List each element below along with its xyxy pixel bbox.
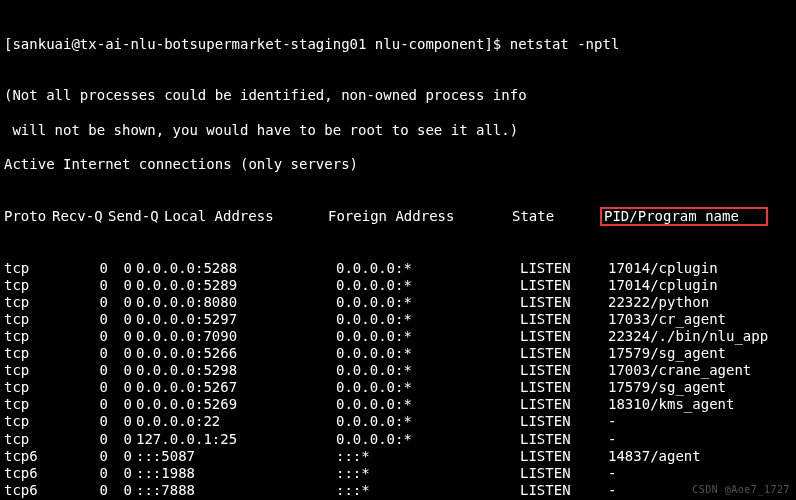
cell-state: LISTEN [520, 396, 608, 413]
cell-foreign: 0.0.0.0:* [336, 396, 520, 413]
cell-foreign: 0.0.0.0:* [336, 328, 520, 345]
table-header: ProtoRecv-QSend-QLocal AddressForeign Ad… [4, 207, 792, 226]
header-state: State [512, 208, 600, 225]
connections-title: Active Internet connections (only server… [4, 156, 792, 173]
cell-proto: tcp [4, 294, 52, 311]
cell-state: LISTEN [520, 362, 608, 379]
cell-sendq: 0 [116, 431, 132, 448]
cell-proto: tcp [4, 379, 52, 396]
cell-sendq: 0 [116, 277, 132, 294]
cell-pid: - [608, 482, 616, 499]
cell-state: LISTEN [520, 260, 608, 277]
cell-pid: 17014/cplugin [608, 260, 718, 277]
cell-local: 127.0.0.1:25 [132, 431, 336, 448]
header-foreign: Foreign Address [328, 208, 512, 225]
cell-proto: tcp6 [4, 448, 52, 465]
cell-proto: tcp6 [4, 465, 52, 482]
cell-foreign: 0.0.0.0:* [336, 294, 520, 311]
cell-state: LISTEN [520, 465, 608, 482]
cell-sendq: 0 [116, 311, 132, 328]
cell-pid: - [608, 431, 616, 448]
cell-pid: 22324/./bin/nlu_app [608, 328, 768, 345]
cell-pid: 22322/python [608, 294, 709, 311]
cell-sendq: 0 [116, 328, 132, 345]
cell-foreign: 0.0.0.0:* [336, 413, 520, 430]
cell-recvq: 0 [52, 294, 116, 311]
cell-local: 0.0.0.0:8080 [132, 294, 336, 311]
prompt-command: netstat -nptl [510, 36, 620, 52]
cell-pid: 17014/cplugin [608, 277, 718, 294]
table-row: tcp000.0.0.0:220.0.0.0:*LISTEN- [4, 413, 792, 430]
cell-local: 0.0.0.0:7090 [132, 328, 336, 345]
cell-recvq: 0 [52, 362, 116, 379]
cell-sendq: 0 [116, 448, 132, 465]
cell-sendq: 0 [116, 294, 132, 311]
cell-proto: tcp [4, 328, 52, 345]
cell-local: 0.0.0.0:22 [132, 413, 336, 430]
header-pid-highlight: PID/Program name [600, 207, 768, 226]
cell-recvq: 0 [52, 311, 116, 328]
header-pid: PID/Program name [604, 208, 739, 224]
cell-state: LISTEN [520, 345, 608, 362]
cell-foreign: 0.0.0.0:* [336, 311, 520, 328]
cell-state: LISTEN [520, 294, 608, 311]
prompt-user-host: [sankuai@tx-ai-nlu-botsupermarket-stagin… [4, 36, 510, 52]
table-row: tcp000.0.0.0:52890.0.0.0:*LISTEN17014/cp… [4, 277, 792, 294]
cell-pid: 17579/sg_agent [608, 345, 726, 362]
terminal-output: [sankuai@tx-ai-nlu-botsupermarket-stagin… [0, 0, 796, 500]
cell-proto: tcp [4, 311, 52, 328]
table-row: tcp000.0.0.0:52980.0.0.0:*LISTEN17003/cr… [4, 362, 792, 379]
cell-recvq: 0 [52, 465, 116, 482]
table-row: tcp000.0.0.0:52690.0.0.0:*LISTEN18310/km… [4, 396, 792, 413]
cell-foreign: :::* [336, 465, 520, 482]
table-row: tcp000.0.0.0:52970.0.0.0:*LISTEN17033/cr… [4, 311, 792, 328]
cell-state: LISTEN [520, 379, 608, 396]
table-row: tcp000.0.0.0:80800.0.0.0:*LISTEN22322/py… [4, 294, 792, 311]
cell-proto: tcp [4, 362, 52, 379]
table-row: tcp000.0.0.0:52660.0.0.0:*LISTEN17579/sg… [4, 345, 792, 362]
cell-foreign: 0.0.0.0:* [336, 379, 520, 396]
cell-sendq: 0 [116, 396, 132, 413]
header-local: Local Address [164, 208, 328, 225]
cell-sendq: 0 [116, 379, 132, 396]
cell-sendq: 0 [116, 465, 132, 482]
cell-recvq: 0 [52, 328, 116, 345]
cell-pid: 17033/cr_agent [608, 311, 726, 328]
header-recvq: Recv-Q [52, 208, 108, 225]
table-row: tcp600:::1988:::*LISTEN- [4, 465, 792, 482]
cell-recvq: 0 [52, 482, 116, 499]
cell-local: :::1988 [132, 465, 336, 482]
cell-state: LISTEN [520, 482, 608, 499]
header-sendq: Send-Q [108, 208, 164, 225]
warning-line-1: (Not all processes could be identified, … [4, 87, 792, 104]
cell-proto: tcp [4, 431, 52, 448]
cell-state: LISTEN [520, 328, 608, 345]
cell-proto: tcp [4, 260, 52, 277]
cell-local: 0.0.0.0:5297 [132, 311, 336, 328]
cell-recvq: 0 [52, 345, 116, 362]
cell-sendq: 0 [116, 482, 132, 499]
cell-foreign: :::* [336, 448, 520, 465]
cell-proto: tcp [4, 413, 52, 430]
cell-recvq: 0 [52, 260, 116, 277]
cell-local: 0.0.0.0:5266 [132, 345, 336, 362]
cell-proto: tcp [4, 345, 52, 362]
cell-recvq: 0 [52, 396, 116, 413]
cell-pid: - [608, 413, 616, 430]
cell-recvq: 0 [52, 413, 116, 430]
cell-recvq: 0 [52, 431, 116, 448]
cell-foreign: 0.0.0.0:* [336, 362, 520, 379]
cell-proto: tcp [4, 277, 52, 294]
cell-local: :::7888 [132, 482, 336, 499]
cell-state: LISTEN [520, 431, 608, 448]
header-proto: Proto [4, 208, 52, 225]
cell-recvq: 0 [52, 379, 116, 396]
cell-local: 0.0.0.0:5289 [132, 277, 336, 294]
prompt-line-1[interactable]: [sankuai@tx-ai-nlu-botsupermarket-stagin… [4, 36, 792, 53]
cell-proto: tcp [4, 396, 52, 413]
cell-foreign: 0.0.0.0:* [336, 431, 520, 448]
cell-sendq: 0 [116, 362, 132, 379]
cell-foreign: :::* [336, 482, 520, 499]
table-row: tcp000.0.0.0:70900.0.0.0:*LISTEN22324/./… [4, 328, 792, 345]
warning-line-2: will not be shown, you would have to be … [4, 122, 792, 139]
